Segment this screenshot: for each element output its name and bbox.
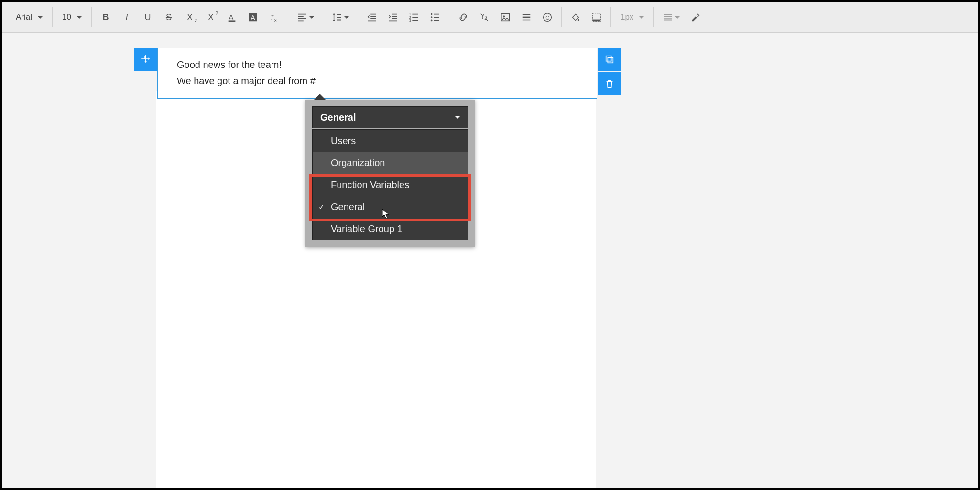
toolbar-separator — [653, 7, 654, 27]
toolbar-separator — [561, 7, 562, 27]
unlink-icon — [479, 12, 490, 22]
editor-toolbar: Arial 10 B I U S X2 X2 A A — [2, 2, 978, 33]
line-height-icon — [332, 12, 342, 22]
caret-down-icon — [344, 16, 349, 19]
caret-down-icon — [38, 16, 43, 19]
paint-bucket-icon — [570, 12, 581, 22]
variable-category-label: Organization — [331, 157, 385, 168]
editor-line-2: We have got a major deal from # — [177, 74, 577, 88]
variable-category-label: Users — [331, 135, 356, 146]
brush-icon — [690, 12, 701, 22]
border-style-icon — [591, 12, 602, 22]
remove-link-button[interactable] — [474, 7, 494, 27]
unordered-list-button[interactable] — [425, 7, 445, 27]
copyright-icon: C — [542, 12, 553, 22]
trash-icon — [604, 78, 615, 89]
variable-picker-popover: General Users Organization Function Vari… — [305, 100, 475, 247]
font-family-label: Arial — [16, 12, 32, 22]
insert-copyright-button[interactable]: C — [537, 7, 557, 27]
variable-category-selected: General — [320, 112, 356, 123]
variable-category-list: Users Organization Function Variables Ge… — [312, 129, 468, 240]
border-width-dropdown[interactable]: 1px — [615, 7, 650, 27]
variable-category-item-variable-group-1[interactable]: Variable Group 1 — [313, 218, 468, 240]
variable-category-item-organization[interactable]: Organization — [313, 152, 468, 174]
unordered-list-icon — [430, 12, 440, 22]
toolbar-separator — [91, 7, 92, 27]
variable-category-label: Variable Group 1 — [331, 223, 403, 234]
ordered-list-icon: 123 — [409, 12, 419, 22]
strikethrough-button[interactable]: S — [159, 7, 179, 27]
svg-point-13 — [503, 15, 505, 17]
duplicate-block-button[interactable] — [598, 48, 621, 71]
border-width-label: 1px — [621, 12, 633, 22]
ordered-list-button[interactable]: 123 — [404, 7, 424, 27]
svg-point-16 — [578, 19, 580, 21]
toolbar-separator — [358, 7, 358, 27]
toolbar-separator — [288, 7, 288, 27]
caret-down-icon — [639, 16, 644, 19]
variable-category-label: Function Variables — [331, 179, 409, 190]
indent-icon — [388, 12, 398, 22]
horizontal-rule-icon — [521, 12, 532, 22]
align-dropdown[interactable] — [292, 7, 319, 27]
font-size-dropdown[interactable]: 10 — [56, 7, 87, 27]
font-color-icon: A — [227, 12, 237, 22]
variable-category-item-users[interactable]: Users — [313, 130, 468, 152]
svg-text:3: 3 — [409, 19, 411, 22]
toolbar-separator — [323, 7, 323, 27]
border-style-button[interactable] — [587, 7, 607, 27]
font-family-dropdown[interactable]: Arial — [10, 7, 48, 27]
font-background-button[interactable]: A — [243, 7, 263, 27]
svg-rect-19 — [606, 56, 611, 61]
caret-down-icon — [309, 16, 314, 19]
variable-category-selector[interactable]: General — [312, 106, 468, 128]
svg-text:A: A — [229, 13, 234, 21]
svg-text:A: A — [250, 14, 255, 22]
copy-icon — [604, 54, 615, 65]
bold-button[interactable]: B — [96, 7, 116, 27]
toolbar-separator — [449, 7, 449, 27]
svg-rect-20 — [608, 57, 613, 63]
link-icon — [458, 12, 468, 22]
format-painter-button[interactable] — [686, 7, 706, 27]
move-icon — [141, 54, 151, 65]
variable-category-label: General — [331, 201, 365, 212]
image-icon — [500, 12, 511, 22]
outdent-button[interactable] — [362, 7, 382, 27]
table-border-icon — [663, 12, 673, 22]
svg-text:C: C — [545, 15, 549, 21]
insert-link-button[interactable] — [453, 7, 473, 27]
superscript-button[interactable]: X2 — [201, 7, 221, 27]
font-background-icon: A — [248, 12, 258, 22]
caret-down-icon — [675, 16, 680, 19]
content-block-wrap: Good news for the team! We have got a ma… — [134, 48, 621, 99]
move-handle[interactable] — [134, 48, 157, 71]
toolbar-separator — [610, 7, 611, 27]
svg-rect-1 — [229, 20, 236, 22]
editor-line-1: Good news for the team! — [177, 58, 577, 71]
table-border-dropdown[interactable] — [658, 7, 685, 27]
editor-canvas: Good news for the team! We have got a ma… — [2, 33, 978, 488]
line-height-dropdown[interactable] — [327, 7, 354, 27]
font-size-label: 10 — [62, 12, 71, 22]
italic-button[interactable]: I — [117, 7, 137, 27]
delete-block-button[interactable] — [598, 72, 621, 95]
toolbar-separator — [52, 7, 53, 27]
font-color-button[interactable]: A — [222, 7, 242, 27]
svg-text:x: x — [274, 18, 277, 22]
caret-down-icon — [455, 116, 460, 119]
cell-fill-button[interactable] — [566, 7, 586, 27]
caret-down-icon — [77, 16, 82, 19]
svg-rect-18 — [593, 20, 601, 22]
subscript-button[interactable]: X2 — [180, 7, 200, 27]
clear-formatting-icon: Tx — [269, 12, 279, 22]
svg-point-10 — [431, 16, 433, 18]
clear-formatting-button[interactable]: Tx — [264, 7, 284, 27]
underline-button[interactable]: U — [138, 7, 158, 27]
variable-category-item-function-variables[interactable]: Function Variables — [313, 174, 468, 196]
variable-category-item-general[interactable]: General — [313, 196, 468, 218]
insert-image-button[interactable] — [495, 7, 515, 27]
text-block[interactable]: Good news for the team! We have got a ma… — [157, 48, 597, 99]
insert-hr-button[interactable] — [516, 7, 536, 27]
indent-button[interactable] — [383, 7, 403, 27]
